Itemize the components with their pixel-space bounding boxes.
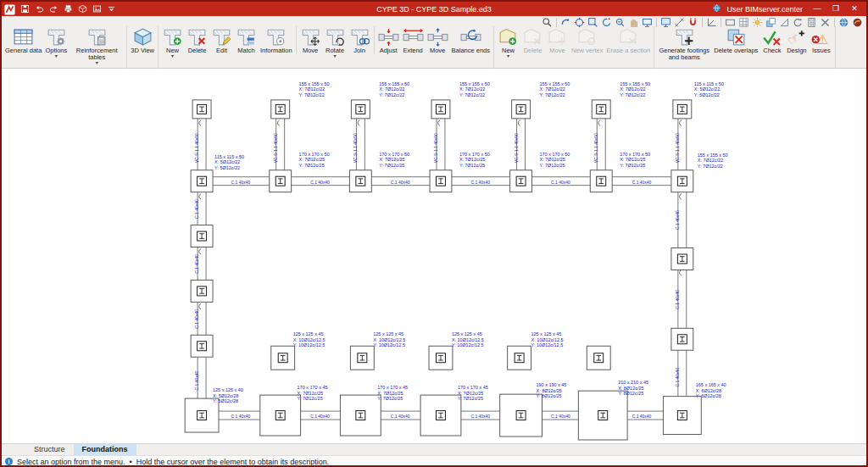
footing-label: Y: 7Ø12c/22: [379, 92, 404, 97]
general-data-icon: [13, 26, 34, 47]
web-icon[interactable]: [837, 17, 850, 28]
new-button[interactable]: New▾: [160, 26, 185, 58]
beam-label: VC.S-1.1 40x50: [593, 133, 598, 163]
footing-move-icon: [300, 26, 321, 47]
menu-down-icon[interactable]: [105, 3, 117, 15]
close-button[interactable]: ✕: [845, 3, 864, 15]
footing-label: Y: 5Ø12c/28: [213, 398, 238, 403]
bimserver-user[interactable]: User BIMserver.center: [726, 5, 803, 14]
delete-button[interactable]: Delete: [185, 26, 209, 54]
footing-label: X: 7Ø12c/25: [458, 391, 483, 396]
button-label: Move: [549, 47, 565, 54]
print-icon[interactable]: [62, 3, 74, 15]
button-label: Delete: [524, 47, 542, 54]
button-label: Balance ends: [452, 47, 490, 54]
dropdown-caret-icon: ▾: [96, 61, 98, 64]
status-message: Select an option from the menu.: [17, 458, 125, 466]
footing-label: X: 7Ø12c/22: [540, 86, 565, 92]
beam-label: C.1 40x40: [310, 180, 330, 185]
footing-label: X: 7Ø12c/22: [459, 86, 485, 92]
drawing-canvas[interactable]: C.1 40x40C.1 40x40C.1 40x40C.1 40x40C.1 …: [2, 69, 866, 443]
move-button[interactable]: Move: [426, 26, 450, 54]
beam-extend-icon: [403, 26, 424, 47]
button-label: Delete: [188, 47, 207, 54]
footing-label: Y: 7Ø12c/22: [540, 92, 565, 97]
bimserver-icon[interactable]: [851, 17, 864, 28]
beam-label: VC.S-1.1 40x50: [675, 133, 680, 163]
redo-icon[interactable]: [47, 3, 59, 15]
tab-foundations[interactable]: Foundations: [74, 444, 136, 455]
title-bar: CYPE 3D - CYPE 3D Sample.ed3 User BIMser…: [2, 2, 866, 16]
limit-new-icon: [498, 26, 519, 47]
footing-label: X: 8Ø12c/25: [618, 386, 643, 391]
footing-label: X: 5Ø12c/22: [694, 86, 720, 92]
beam-balance-icon: [460, 26, 481, 47]
minimize-button[interactable]: —: [808, 3, 826, 15]
status-bar: i Select an option from the menu. • Hold…: [2, 455, 866, 467]
design-icon: ☞: [786, 26, 807, 47]
view-3d-icon[interactable]: [76, 3, 88, 15]
footing-label: 155 x 155 x 50: [299, 81, 330, 86]
generate-footings-and-beams-button[interactable]: Generate footings and beams: [656, 26, 712, 61]
delete-overlaps-button[interactable]: Delete overlaps: [712, 26, 760, 54]
footing-label: Y: 8Ø12c/25: [618, 391, 643, 396]
3d-view-button[interactable]: 3D View: [129, 26, 156, 54]
rotate-button[interactable]: Rotate▾: [323, 26, 348, 58]
balance-ends-button[interactable]: Balance ends: [450, 26, 492, 54]
move-button[interactable]: Move: [296, 26, 323, 54]
footing-label: 115 x 115 x 50: [214, 154, 244, 159]
general-data-button[interactable]: General data: [3, 26, 43, 54]
check-icon: [761, 26, 782, 47]
footing-label: Y: 7Ø12c/25: [298, 396, 323, 401]
information-button[interactable]: Information: [259, 26, 294, 54]
button-label: Join: [353, 47, 365, 54]
footing-label: 190 x 190 x 45: [537, 382, 567, 387]
limit-move-icon: [547, 26, 568, 47]
limit-erase-icon: [618, 26, 639, 47]
footing-label: Y: 8Ø12c/25: [537, 393, 562, 398]
overlaps-icon: [726, 26, 747, 47]
check-button[interactable]: Check: [760, 26, 784, 54]
footing-label: Y: 10Ø12c/12.5: [293, 342, 326, 347]
beam-label: VC.S-1.1 40x50: [194, 133, 199, 163]
footing-label: 155 x 155 x 50: [698, 153, 728, 158]
footing-label: X: 10Ø12c/12.5: [373, 337, 405, 342]
footing-label: Y: 7Ø12c/22: [299, 92, 325, 97]
new-button[interactable]: New▾: [496, 26, 520, 58]
edit-button[interactable]: Edit: [209, 26, 234, 54]
dropdown-caret-icon: ▾: [171, 54, 174, 58]
button-label: Reinforcement tables: [70, 47, 123, 61]
join-button[interactable]: Join: [348, 26, 372, 54]
issues-button[interactable]: ⚠Issues: [809, 26, 833, 54]
info-icon: i: [5, 458, 13, 465]
tab-structure[interactable]: Structure: [25, 444, 74, 455]
beam-label: C.1 40x40: [391, 414, 410, 419]
design-button[interactable]: ☞Design: [784, 26, 809, 54]
footing-label: Y: 7Ø12c/25: [379, 163, 404, 168]
footing-join-icon: [349, 26, 370, 47]
beam-label: C.1 40x40: [632, 414, 652, 419]
generate-icon: [674, 26, 695, 47]
footing-label: Y: 5Ø12c/22: [694, 92, 720, 97]
footing-label: 170 x 170 x 45: [377, 385, 408, 390]
footing-label: Y: 7Ø12c/25: [620, 163, 645, 168]
maximize-button[interactable]: ❐: [826, 3, 845, 15]
reinforcement-tables-button[interactable]: Reinforcement tables▾: [69, 26, 125, 64]
footing-label: Y: 5Ø12c/22: [214, 165, 240, 170]
save-icon[interactable]: [19, 3, 31, 15]
options-button[interactable]: Options▾: [43, 26, 69, 58]
footing-label: X: 7Ø12c/25: [459, 157, 485, 162]
adjust-button[interactable]: Adjust: [374, 26, 401, 54]
footing-label: 125 x 125 x 45: [373, 331, 403, 336]
footing-label: Y: 10Ø12c/12.5: [373, 342, 405, 347]
beam-label: C.1 40x40: [310, 414, 330, 419]
match-button[interactable]: Match: [234, 26, 259, 54]
beam-label: VC.S-1.1 40x50: [433, 133, 438, 163]
footing-label: 170 x 170 x 45: [458, 385, 488, 390]
footing-label: Y: 7Ø12c/22: [459, 92, 485, 97]
undo-icon[interactable]: [33, 3, 45, 15]
image-icon[interactable]: [91, 3, 103, 15]
extend-button[interactable]: Extend: [401, 26, 426, 54]
cube-icon: [132, 26, 153, 47]
button-label: General data: [5, 47, 42, 54]
